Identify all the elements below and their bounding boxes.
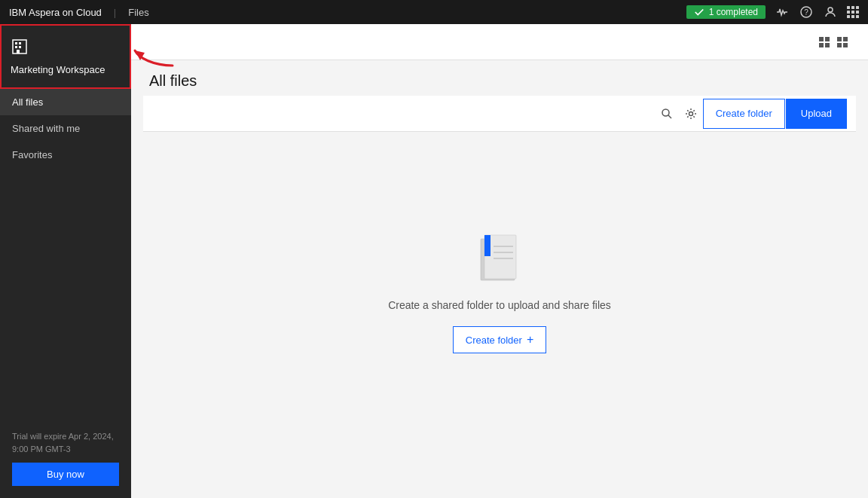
- topbar-divider: |: [114, 7, 116, 18]
- svg-rect-12: [819, 43, 824, 47]
- grid-view-button[interactable]: [817, 35, 832, 50]
- svg-rect-6: [15, 46, 17, 48]
- svg-rect-14: [837, 37, 842, 41]
- user-svg: [824, 6, 836, 18]
- apps-icon[interactable]: [847, 6, 859, 18]
- search-icon: [661, 108, 673, 120]
- topbar-brand: IBM Aspera on Cloud: [9, 7, 102, 18]
- upload-button[interactable]: Upload: [786, 99, 847, 129]
- svg-rect-4: [15, 42, 17, 44]
- svg-rect-23: [484, 235, 491, 256]
- user-icon[interactable]: [823, 5, 838, 20]
- svg-rect-11: [825, 37, 830, 41]
- svg-point-20: [689, 112, 692, 115]
- settings-button[interactable]: [679, 105, 703, 123]
- create-folder-toolbar-button[interactable]: Create folder: [703, 99, 785, 129]
- view-toggle: [817, 35, 850, 50]
- svg-rect-13: [825, 43, 830, 47]
- sidebar: Marketing Workspace All files Shared wit…: [0, 24, 131, 498]
- shared-with-me-label: Shared with me: [12, 123, 80, 134]
- completed-badge[interactable]: 1 completed: [686, 5, 766, 19]
- list-view-button[interactable]: [835, 35, 850, 50]
- activity-icon: [694, 7, 704, 17]
- create-folder-empty-button[interactable]: Create folder +: [453, 326, 547, 353]
- workspace-item[interactable]: Marketing Workspace: [0, 24, 131, 89]
- search-button[interactable]: [655, 105, 679, 123]
- building-svg: [11, 38, 29, 56]
- content-header: [131, 24, 868, 60]
- empty-state: Create a shared folder to upload and sha…: [131, 132, 868, 498]
- sidebar-item-all-files[interactable]: All files: [0, 89, 131, 115]
- svg-text:?: ?: [804, 8, 808, 17]
- page-title: All files: [149, 72, 850, 90]
- pulse-icon[interactable]: [775, 5, 790, 20]
- empty-message: Create a shared folder to upload and sha…: [388, 299, 611, 311]
- list-view-icon: [836, 36, 848, 48]
- favorites-label: Favorites: [12, 149, 52, 160]
- create-folder-empty-label: Create folder: [466, 335, 522, 346]
- svg-rect-8: [17, 50, 20, 53]
- svg-rect-7: [19, 46, 21, 48]
- grid-view-icon: [818, 36, 830, 48]
- svg-rect-16: [837, 43, 842, 47]
- buy-now-button[interactable]: Buy now: [12, 463, 119, 486]
- content-area: All files Create folder Upload: [131, 24, 868, 498]
- folder-illustration: [477, 231, 522, 284]
- help-svg: ?: [800, 6, 812, 18]
- workspace-label: Marketing Workspace: [11, 64, 105, 75]
- svg-rect-5: [19, 42, 21, 44]
- nav-items: All files Shared with me Favorites: [0, 89, 131, 168]
- plus-icon: +: [527, 333, 533, 347]
- svg-point-18: [662, 109, 669, 116]
- toolbar: Create folder Upload: [143, 96, 856, 132]
- page-title-row: All files: [131, 60, 868, 96]
- sidebar-item-shared-with-me[interactable]: Shared with me: [0, 115, 131, 142]
- sidebar-bottom: Trial will expire Apr 2, 2024, 9:00 PM G…: [0, 418, 131, 498]
- svg-rect-17: [843, 43, 848, 47]
- svg-point-2: [828, 8, 833, 12]
- svg-line-19: [668, 115, 671, 118]
- topbar: IBM Aspera on Cloud | Files 1 completed …: [0, 0, 868, 24]
- svg-rect-10: [819, 37, 824, 41]
- topbar-files-label: Files: [128, 7, 148, 18]
- completed-text: 1 completed: [709, 7, 758, 17]
- trial-text: Trial will expire Apr 2, 2024, 9:00 PM G…: [12, 430, 119, 455]
- workspace-icon: [11, 38, 29, 58]
- all-files-label: All files: [12, 96, 43, 108]
- settings-icon: [685, 108, 697, 120]
- topbar-right: 1 completed ?: [686, 5, 859, 20]
- svg-rect-15: [843, 37, 848, 41]
- main-layout: Marketing Workspace All files Shared wit…: [0, 24, 868, 498]
- help-icon[interactable]: ?: [799, 5, 814, 20]
- pulse-svg: [776, 6, 788, 18]
- sidebar-item-favorites[interactable]: Favorites: [0, 142, 131, 168]
